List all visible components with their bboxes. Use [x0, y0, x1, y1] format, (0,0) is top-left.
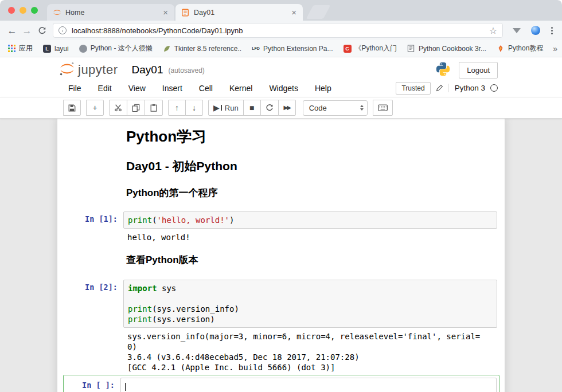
notebook-area: Python学习 Day01 - 初始Python Python的第一个程序 I…	[0, 119, 562, 392]
bookmark-tkinter[interactable]: Tkinter 8.5 reference..	[162, 44, 241, 53]
extension-globe-icon[interactable]	[531, 26, 540, 35]
bookmark-label: Python Cookbook 3r...	[419, 45, 486, 53]
close-window-button[interactable]	[8, 7, 15, 14]
menu-kernel[interactable]: Kernel	[229, 84, 252, 93]
restart-kernel-button[interactable]	[260, 100, 279, 116]
layui-icon: L	[42, 44, 52, 53]
browser-menu-button[interactable]	[551, 27, 553, 34]
restart-run-all-button[interactable]: ▶▶	[278, 100, 296, 116]
bookmarks-overflow-chevron[interactable]: »	[553, 44, 560, 53]
bookmark-apps[interactable]: 应用	[7, 44, 33, 53]
bookmark-star-icon[interactable]: ☆	[489, 25, 497, 36]
code-cell-1[interactable]: In [1]: print('hello, world!')	[57, 211, 505, 229]
bookmark-cookbook[interactable]: Python Cookbook 3r...	[407, 44, 486, 53]
code-cell-3-selected[interactable]: In [ ]:	[63, 375, 499, 392]
bookmark-liaoxuefeng[interactable]: Python教程	[496, 44, 543, 53]
bookmarks-bar: 应用 L layui Python - 这个人很懒 Tkinter 8.5 re…	[0, 40, 562, 57]
notebook-heading-3: Python的第一个程序	[126, 187, 497, 199]
cut-cell-button[interactable]	[109, 100, 127, 116]
select-arrows-icon	[360, 105, 364, 111]
kernel-idle-icon	[490, 84, 498, 92]
jupyter-brand-text[interactable]: jupyter	[78, 62, 118, 77]
window-controls	[0, 0, 47, 21]
flame-icon	[496, 44, 505, 53]
notebook-heading-4: 查看Python版本	[126, 254, 497, 266]
code-line: print(sys.version)	[128, 314, 493, 324]
bookmark-lfd[interactable]: LFD Python Extension Pa...	[251, 44, 333, 53]
close-tab-icon[interactable]: ×	[162, 8, 169, 17]
bookmark-python-blog[interactable]: Python - 这个人很懒	[79, 44, 153, 53]
bookmark-label: 《Python入门	[355, 44, 397, 53]
code-cell-2[interactable]: In [2]: import sys print(sys.version_inf…	[57, 280, 505, 328]
apps-grid-icon	[7, 44, 16, 53]
paste-cell-button[interactable]	[145, 100, 163, 116]
run-label: Run	[225, 104, 239, 112]
autosave-status: (autosaved)	[168, 66, 204, 75]
run-cell-button[interactable]: ▶ Run	[208, 100, 244, 116]
markdown-cell[interactable]: Python的第一个程序	[57, 187, 505, 199]
zoom-window-button[interactable]	[31, 7, 38, 14]
menu-cell[interactable]: Cell	[199, 84, 213, 93]
play-bar-icon	[221, 105, 222, 111]
markdown-cell[interactable]: Day01 - 初始Python	[57, 159, 505, 173]
menu-edit[interactable]: Edit	[98, 84, 112, 93]
copy-cell-button[interactable]	[127, 100, 145, 116]
notebook-favicon-icon	[181, 8, 190, 17]
new-tab-button[interactable]	[306, 5, 331, 19]
url-text: localhost:8888/notebooks/PythonCode/Day0…	[72, 26, 484, 35]
interrupt-kernel-button[interactable]: ■	[243, 100, 261, 116]
add-cell-button[interactable]: +	[86, 100, 104, 116]
tab-title: Home	[65, 9, 158, 17]
trusted-badge[interactable]: Trusted	[396, 82, 430, 95]
c-icon: C	[343, 44, 352, 53]
close-tab-icon[interactable]: ×	[290, 8, 298, 17]
bookmark-biancheng[interactable]: C 《Python入门	[343, 44, 397, 53]
back-button[interactable]: ←	[5, 26, 19, 36]
forward-button[interactable]: →	[19, 26, 34, 36]
browser-tab-strip: Home × Day01 ×	[0, 0, 562, 21]
menu-help[interactable]: Help	[315, 84, 331, 93]
edit-mode-pencil-icon	[436, 84, 443, 92]
menu-widgets[interactable]: Widgets	[269, 84, 298, 93]
notebook-title[interactable]: Day01	[132, 64, 163, 76]
markdown-cell[interactable]: Python学习	[57, 128, 505, 145]
code-input-editing[interactable]	[120, 378, 497, 392]
extension-triangle-icon[interactable]	[513, 28, 521, 33]
save-button[interactable]	[63, 100, 81, 116]
bookmark-label: Python - 这个人很懒	[91, 44, 153, 53]
output-text: 3.6.4 (v3.6.4:d48ecebad5, Dec 18 2017, 2…	[127, 352, 493, 362]
reload-button[interactable]	[34, 26, 49, 35]
cell-type-select[interactable]: Code	[303, 100, 368, 116]
minimize-window-button[interactable]	[19, 7, 26, 14]
bookmark-layui[interactable]: L layui	[42, 44, 69, 53]
menu-view[interactable]: View	[128, 84, 146, 93]
lfd-text-icon: LFD	[251, 44, 260, 53]
bookmark-label: 应用	[19, 44, 33, 53]
jupyter-favicon-icon	[52, 8, 61, 17]
code-input[interactable]: print('hello, world!')	[123, 211, 497, 229]
toolbar: + ↑ ↓ ▶ Run ■ ▶	[0, 97, 562, 119]
book-icon	[407, 44, 416, 53]
input-prompt: In [2]:	[66, 280, 123, 328]
move-cell-down-button[interactable]: ↓	[185, 100, 203, 116]
markdown-cell[interactable]: 查看Python版本	[57, 254, 505, 266]
bookmark-label: Tkinter 8.5 reference..	[174, 45, 241, 53]
address-bar[interactable]: i localhost:8888/notebooks/PythonCode/Da…	[53, 23, 503, 38]
notebook-heading-1: Python学习	[126, 128, 497, 145]
tab-day01[interactable]: Day01 ×	[175, 4, 303, 21]
site-icon	[79, 44, 88, 53]
menu-file[interactable]: File	[68, 84, 81, 93]
code-input[interactable]: import sys print(sys.version_info) print…	[123, 280, 497, 328]
menu-bar: File Edit View Insert Cell Kernel Widget…	[0, 83, 562, 97]
jupyter-logo-icon[interactable]	[59, 61, 75, 79]
page-info-icon[interactable]: i	[58, 26, 67, 34]
jupyter-header: jupyter Day01 (autosaved) Logout	[0, 57, 562, 83]
tab-home[interactable]: Home ×	[47, 4, 174, 21]
text-cursor	[125, 383, 126, 391]
command-palette-button[interactable]	[373, 100, 393, 116]
menu-insert[interactable]: Insert	[162, 84, 182, 93]
logout-button[interactable]: Logout	[459, 62, 498, 79]
cell-output: hello, world!	[57, 232, 505, 242]
move-cell-up-button[interactable]: ↑	[168, 100, 186, 116]
code-line: print('hello, world!')	[128, 215, 493, 225]
